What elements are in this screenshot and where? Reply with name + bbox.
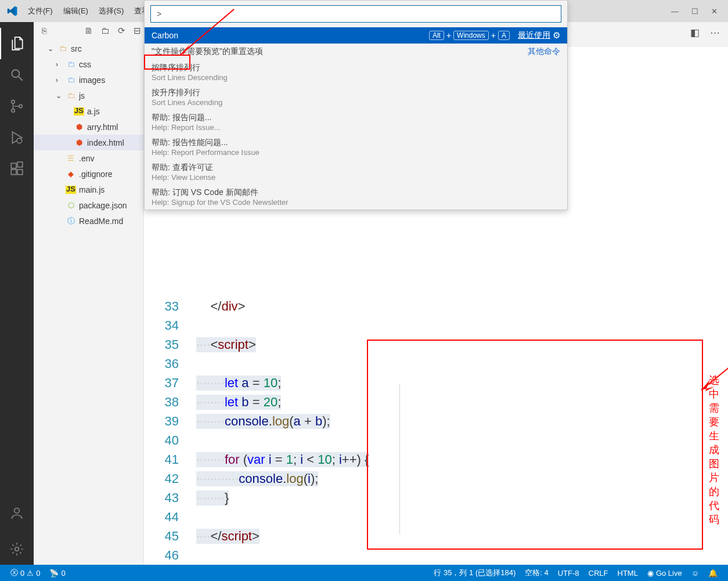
svg-point-10 bbox=[15, 508, 20, 513]
minimize-icon[interactable]: — bbox=[671, 7, 679, 16]
status-lang[interactable]: HTML bbox=[613, 568, 643, 578]
line-number: 44 bbox=[144, 510, 196, 525]
js-file-icon: JS bbox=[74, 107, 84, 116]
tree-file-ReadMe.md[interactable]: ⓘReadMe.md bbox=[34, 213, 143, 229]
command-label: 帮助: 报告问题... bbox=[152, 113, 211, 123]
command-label: "文件操作需要预览"的重置选项 bbox=[152, 46, 263, 57]
menu-edit[interactable]: 编辑(E) bbox=[59, 3, 93, 19]
tree-folder-js[interactable]: ⌄🗀js bbox=[34, 88, 143, 103]
line-number: 45 bbox=[144, 529, 196, 544]
other-commands-label: 其他命令 bbox=[528, 46, 560, 57]
status-eol[interactable]: CRLF bbox=[584, 568, 613, 578]
code-line: 37········let a = 10; bbox=[144, 373, 728, 392]
code-text: ········for (var i = 1; i < 10; i++) { bbox=[196, 452, 369, 467]
tree-folder-src[interactable]: ⌄ 🗀 src bbox=[34, 41, 143, 56]
feedback-icon: ☺ bbox=[691, 569, 699, 578]
status-encoding[interactable]: UTF-8 bbox=[553, 568, 584, 578]
menu-file[interactable]: 文件(F) bbox=[23, 3, 57, 19]
command-item[interactable]: "文件操作需要预览"的重置选项其他命令 bbox=[145, 44, 567, 60]
maximize-icon[interactable]: ☐ bbox=[691, 7, 698, 16]
status-feedback[interactable]: ☺ bbox=[687, 568, 704, 578]
line-number: 39 bbox=[144, 414, 196, 429]
command-item[interactable]: 帮助: 报告问题...Help: Report Issue... bbox=[145, 110, 567, 135]
gear-icon bbox=[9, 542, 24, 557]
activity-debug[interactable] bbox=[0, 122, 34, 153]
json-file-icon: ⬡ bbox=[66, 201, 76, 210]
file-tree: ⌄ 🗀 src ›🗀css›🗀images⌄🗀jsJSa.js⬢arry.htm… bbox=[34, 39, 143, 229]
explorer-header: ⎘ 🗎 🗀 ⟳ ⊟ bbox=[34, 22, 143, 39]
bell-icon: 🔔 bbox=[708, 569, 718, 578]
activity-scm[interactable] bbox=[0, 91, 34, 122]
activity-search[interactable] bbox=[0, 59, 34, 91]
tree-file-a.js[interactable]: JSa.js bbox=[34, 103, 143, 119]
code-text: ········let b = 20; bbox=[196, 395, 281, 410]
activity-explorer[interactable] bbox=[0, 28, 34, 59]
activity-account[interactable] bbox=[0, 497, 34, 529]
code-line: 39········console.log(a + b); bbox=[144, 412, 728, 431]
line-number: 41 bbox=[144, 452, 196, 467]
command-palette-input[interactable]: > bbox=[150, 5, 561, 23]
menu-select[interactable]: 选择(S) bbox=[94, 3, 128, 19]
command-item[interactable]: 帮助: 报告性能问题...Help: Report Performance Is… bbox=[145, 135, 567, 160]
tree-label: package.json bbox=[79, 201, 127, 210]
status-port[interactable]: 📡0 bbox=[45, 569, 70, 578]
new-file-icon[interactable]: 🗎 bbox=[84, 26, 93, 36]
command-palette: > Carbon Alt + Windows + A 最近使用 ⚙ "文件操作需… bbox=[144, 0, 568, 210]
tree-file-.gitignore[interactable]: ◆.gitignore bbox=[34, 166, 143, 182]
command-sublabel: Sort Lines Descending bbox=[152, 73, 228, 82]
gear-icon[interactable]: ⚙ bbox=[553, 30, 560, 41]
svg-point-3 bbox=[12, 109, 15, 112]
split-editor-icon[interactable]: ◧ bbox=[690, 27, 700, 39]
command-item[interactable]: 按降序排列行Sort Lines Descending bbox=[145, 60, 567, 85]
warning-icon: ⚠ bbox=[27, 569, 34, 578]
folder-icon: 🗀 bbox=[66, 60, 76, 68]
svg-rect-8 bbox=[17, 169, 23, 175]
command-label: Carbon bbox=[152, 31, 178, 40]
code-line: 36 bbox=[144, 354, 728, 373]
more-icon[interactable]: ⋯ bbox=[710, 27, 720, 39]
svg-point-5 bbox=[17, 138, 22, 143]
activity-extensions[interactable] bbox=[0, 153, 34, 185]
tree-label: css bbox=[79, 60, 91, 69]
tree-folder-images[interactable]: ›🗀images bbox=[34, 72, 143, 88]
code-line: 35····<script> bbox=[144, 335, 728, 354]
code-line: 43········} bbox=[144, 488, 728, 507]
command-item[interactable]: 按升序排列行Sort Lines Ascending bbox=[145, 85, 567, 110]
tree-file-.env[interactable]: ☰.env bbox=[34, 150, 143, 166]
collapse-icon[interactable]: ⊟ bbox=[134, 26, 141, 36]
line-number: 38 bbox=[144, 395, 196, 410]
code-line: 45····</script> bbox=[144, 526, 728, 546]
tree-file-package.json[interactable]: ⬡package.json bbox=[34, 197, 143, 213]
command-item[interactable]: 帮助: 查看许可证Help: View License bbox=[145, 160, 567, 185]
code-line: 38········let b = 20; bbox=[144, 392, 728, 412]
indent-guide bbox=[399, 384, 400, 535]
code-text: </div> bbox=[196, 299, 245, 314]
command-sublabel: Sort Lines Ascending bbox=[152, 98, 222, 107]
tree-folder-css[interactable]: ›🗀css bbox=[34, 56, 143, 72]
env-file-icon: ☰ bbox=[66, 154, 76, 163]
command-sublabel: Help: Signup for the VS Code Newsletter bbox=[152, 198, 289, 207]
code-text: ········console.log(a + b); bbox=[196, 414, 330, 429]
recent-label: 最近使用 bbox=[518, 30, 550, 41]
status-errors[interactable]: ⓧ0⚠0 bbox=[6, 568, 45, 578]
activity-settings[interactable] bbox=[0, 533, 34, 565]
extensions-icon bbox=[9, 161, 24, 176]
new-folder-icon[interactable]: 🗀 bbox=[101, 26, 110, 36]
status-position[interactable]: 行 35，列 1 (已选择184) bbox=[429, 568, 520, 578]
command-item[interactable]: 帮助: 订阅 VS Code 新闻邮件Help: Signup for the … bbox=[145, 185, 567, 210]
tree-file-arry.html[interactable]: ⬢arry.html bbox=[34, 119, 143, 135]
status-bell[interactable]: 🔔 bbox=[704, 568, 722, 578]
status-spaces[interactable]: 空格: 4 bbox=[520, 568, 553, 578]
line-number: 33 bbox=[144, 299, 196, 314]
command-label: 帮助: 订阅 VS Code 新闻邮件 bbox=[152, 187, 258, 198]
status-golive[interactable]: ◉Go Live bbox=[643, 568, 687, 578]
explorer-sidebar: ⎘ 🗎 🗀 ⟳ ⊟ ⌄ 🗀 src ›🗀css›🗀images⌄🗀jsJSa.j… bbox=[34, 22, 144, 565]
command-sublabel: Help: Report Performance Issue bbox=[152, 148, 260, 157]
svg-point-4 bbox=[19, 104, 22, 107]
command-item-carbon[interactable]: Carbon Alt + Windows + A 最近使用 ⚙ bbox=[145, 27, 567, 44]
tree-file-main.js[interactable]: JSmain.js bbox=[34, 182, 143, 197]
close-icon[interactable]: ✕ bbox=[711, 7, 718, 16]
refresh-icon[interactable]: ⟳ bbox=[118, 26, 125, 36]
shortcut-plus: + bbox=[491, 31, 496, 40]
tree-file-index.html[interactable]: ⬢index.html bbox=[34, 135, 143, 150]
